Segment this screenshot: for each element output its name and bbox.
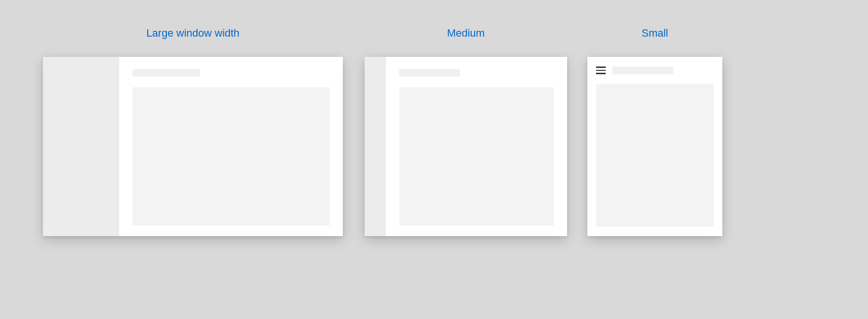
header-row [596, 66, 714, 75]
label-medium: Medium [447, 27, 485, 40]
content-area [386, 57, 567, 236]
label-small: Small [641, 27, 668, 40]
content-placeholder [399, 87, 554, 226]
content-placeholder [596, 84, 714, 226]
hamburger-icon[interactable] [596, 66, 606, 75]
title-placeholder [133, 69, 200, 77]
window-small [587, 57, 722, 236]
responsive-layout-diagram: Large window width Medium Small [0, 0, 868, 319]
window-large [43, 57, 343, 236]
content-area [587, 57, 722, 236]
title-placeholder [399, 69, 460, 77]
content-area [119, 57, 343, 236]
title-placeholder [612, 66, 673, 74]
window-medium [365, 57, 567, 236]
nav-pane-expanded [43, 57, 119, 236]
label-large: Large window width [146, 27, 239, 40]
content-placeholder [133, 87, 329, 226]
nav-pane-compact [365, 57, 386, 236]
